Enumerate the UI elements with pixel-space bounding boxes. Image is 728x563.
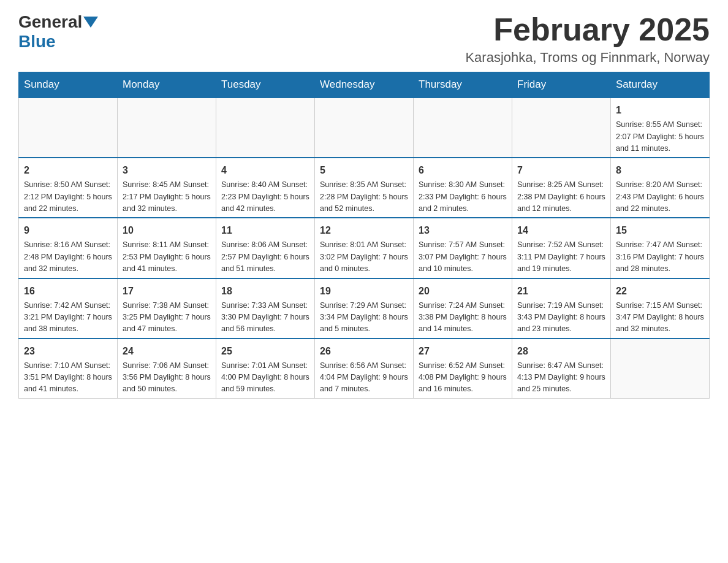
calendar-cell: 25Sunrise: 7:01 AM Sunset: 4:00 PM Dayli… — [216, 339, 315, 399]
calendar-title: February 2025 — [465, 12, 710, 47]
calendar-cell: 27Sunrise: 6:52 AM Sunset: 4:08 PM Dayli… — [414, 339, 512, 399]
day-number: 12 — [320, 223, 408, 238]
day-info: Sunrise: 7:10 AM Sunset: 3:51 PM Dayligh… — [24, 360, 112, 396]
calendar-cell: 21Sunrise: 7:19 AM Sunset: 3:43 PM Dayli… — [512, 278, 611, 339]
calendar-cell: 24Sunrise: 7:06 AM Sunset: 3:56 PM Dayli… — [118, 339, 216, 399]
logo-blue-text: Blue — [18, 32, 56, 52]
calendar-cell: 28Sunrise: 6:47 AM Sunset: 4:13 PM Dayli… — [512, 339, 611, 399]
calendar-table: SundayMondayTuesdayWednesdayThursdayFrid… — [18, 72, 710, 399]
day-info: Sunrise: 7:01 AM Sunset: 4:00 PM Dayligh… — [221, 360, 309, 396]
logo-triangle-icon — [83, 17, 98, 28]
day-info: Sunrise: 8:11 AM Sunset: 2:53 PM Dayligh… — [123, 239, 211, 275]
day-number: 26 — [320, 344, 408, 359]
day-info: Sunrise: 7:47 AM Sunset: 3:16 PM Dayligh… — [616, 239, 704, 275]
day-number: 18 — [221, 284, 309, 299]
day-info: Sunrise: 8:50 AM Sunset: 2:12 PM Dayligh… — [24, 179, 112, 215]
weekday-header-wednesday: Wednesday — [315, 72, 414, 98]
week-row-5: 23Sunrise: 7:10 AM Sunset: 3:51 PM Dayli… — [19, 339, 710, 399]
week-row-1: 1Sunrise: 8:55 AM Sunset: 2:07 PM Daylig… — [19, 98, 710, 158]
day-number: 2 — [24, 163, 112, 178]
day-number: 23 — [24, 344, 112, 359]
weekday-header-friday: Friday — [512, 72, 611, 98]
day-number: 3 — [123, 163, 211, 178]
title-block: February 2025 Karasjohka, Troms og Finnm… — [465, 12, 710, 66]
day-number: 6 — [419, 163, 507, 178]
calendar-cell: 9Sunrise: 8:16 AM Sunset: 2:48 PM Daylig… — [19, 218, 118, 278]
day-number: 13 — [419, 223, 507, 238]
day-number: 10 — [123, 223, 211, 238]
day-info: Sunrise: 8:16 AM Sunset: 2:48 PM Dayligh… — [24, 239, 112, 275]
calendar-cell — [512, 98, 611, 158]
calendar-cell: 20Sunrise: 7:24 AM Sunset: 3:38 PM Dayli… — [414, 278, 512, 339]
calendar-cell: 3Sunrise: 8:45 AM Sunset: 2:17 PM Daylig… — [118, 158, 216, 218]
logo: General Blue — [18, 12, 99, 52]
day-info: Sunrise: 6:47 AM Sunset: 4:13 PM Dayligh… — [517, 360, 605, 396]
day-number: 27 — [419, 344, 507, 359]
calendar-cell: 7Sunrise: 8:25 AM Sunset: 2:38 PM Daylig… — [512, 158, 611, 218]
day-info: Sunrise: 7:19 AM Sunset: 3:43 PM Dayligh… — [517, 300, 605, 335]
day-number: 21 — [517, 284, 605, 299]
weekday-header-saturday: Saturday — [611, 72, 710, 98]
day-info: Sunrise: 8:35 AM Sunset: 2:28 PM Dayligh… — [320, 179, 408, 215]
day-info: Sunrise: 7:38 AM Sunset: 3:25 PM Dayligh… — [123, 300, 211, 335]
day-info: Sunrise: 7:57 AM Sunset: 3:07 PM Dayligh… — [419, 239, 507, 275]
day-number: 1 — [616, 103, 704, 118]
weekday-header-thursday: Thursday — [414, 72, 512, 98]
day-info: Sunrise: 8:01 AM Sunset: 3:02 PM Dayligh… — [320, 239, 408, 275]
calendar-cell — [611, 339, 710, 399]
day-number: 20 — [419, 284, 507, 299]
calendar-cell: 17Sunrise: 7:38 AM Sunset: 3:25 PM Dayli… — [118, 278, 216, 339]
calendar-cell — [118, 98, 216, 158]
weekday-header-sunday: Sunday — [19, 72, 118, 98]
calendar-cell: 13Sunrise: 7:57 AM Sunset: 3:07 PM Dayli… — [414, 218, 512, 278]
day-info: Sunrise: 7:33 AM Sunset: 3:30 PM Dayligh… — [221, 300, 309, 335]
day-info: Sunrise: 7:15 AM Sunset: 3:47 PM Dayligh… — [616, 300, 704, 335]
calendar-cell: 2Sunrise: 8:50 AM Sunset: 2:12 PM Daylig… — [19, 158, 118, 218]
calendar-cell: 4Sunrise: 8:40 AM Sunset: 2:23 PM Daylig… — [216, 158, 315, 218]
calendar-cell: 11Sunrise: 8:06 AM Sunset: 2:57 PM Dayli… — [216, 218, 315, 278]
week-row-3: 9Sunrise: 8:16 AM Sunset: 2:48 PM Daylig… — [19, 218, 710, 278]
week-row-2: 2Sunrise: 8:50 AM Sunset: 2:12 PM Daylig… — [19, 158, 710, 218]
calendar-subtitle: Karasjohka, Troms og Finnmark, Norway — [465, 50, 710, 66]
day-number: 19 — [320, 284, 408, 299]
day-number: 24 — [123, 344, 211, 359]
day-number: 9 — [24, 223, 112, 238]
weekday-header-monday: Monday — [118, 72, 216, 98]
weekday-header-tuesday: Tuesday — [216, 72, 315, 98]
calendar-cell: 26Sunrise: 6:56 AM Sunset: 4:04 PM Dayli… — [315, 339, 414, 399]
day-info: Sunrise: 8:40 AM Sunset: 2:23 PM Dayligh… — [221, 179, 309, 215]
calendar-cell: 1Sunrise: 8:55 AM Sunset: 2:07 PM Daylig… — [611, 98, 710, 158]
calendar-cell: 16Sunrise: 7:42 AM Sunset: 3:21 PM Dayli… — [19, 278, 118, 339]
day-number: 11 — [221, 223, 309, 238]
day-number: 14 — [517, 223, 605, 238]
day-number: 8 — [616, 163, 704, 178]
day-info: Sunrise: 7:52 AM Sunset: 3:11 PM Dayligh… — [517, 239, 605, 275]
calendar-cell: 18Sunrise: 7:33 AM Sunset: 3:30 PM Dayli… — [216, 278, 315, 339]
day-number: 17 — [123, 284, 211, 299]
logo-general-text: General — [18, 12, 82, 32]
calendar-cell: 14Sunrise: 7:52 AM Sunset: 3:11 PM Dayli… — [512, 218, 611, 278]
day-info: Sunrise: 8:30 AM Sunset: 2:33 PM Dayligh… — [419, 179, 507, 215]
day-info: Sunrise: 7:24 AM Sunset: 3:38 PM Dayligh… — [419, 300, 507, 335]
day-info: Sunrise: 8:45 AM Sunset: 2:17 PM Dayligh… — [123, 179, 211, 215]
calendar-cell — [414, 98, 512, 158]
calendar-cell: 6Sunrise: 8:30 AM Sunset: 2:33 PM Daylig… — [414, 158, 512, 218]
day-info: Sunrise: 6:56 AM Sunset: 4:04 PM Dayligh… — [320, 360, 408, 396]
day-number: 25 — [221, 344, 309, 359]
day-number: 15 — [616, 223, 704, 238]
day-number: 5 — [320, 163, 408, 178]
calendar-cell — [19, 98, 118, 158]
day-info: Sunrise: 7:42 AM Sunset: 3:21 PM Dayligh… — [24, 300, 112, 335]
calendar-cell: 5Sunrise: 8:35 AM Sunset: 2:28 PM Daylig… — [315, 158, 414, 218]
day-info: Sunrise: 8:55 AM Sunset: 2:07 PM Dayligh… — [616, 119, 704, 155]
calendar-cell: 22Sunrise: 7:15 AM Sunset: 3:47 PM Dayli… — [611, 278, 710, 339]
weekday-header-row: SundayMondayTuesdayWednesdayThursdayFrid… — [19, 72, 710, 98]
day-number: 22 — [616, 284, 704, 299]
day-info: Sunrise: 8:20 AM Sunset: 2:43 PM Dayligh… — [616, 179, 704, 215]
day-number: 16 — [24, 284, 112, 299]
day-info: Sunrise: 8:06 AM Sunset: 2:57 PM Dayligh… — [221, 239, 309, 275]
day-info: Sunrise: 6:52 AM Sunset: 4:08 PM Dayligh… — [419, 360, 507, 396]
calendar-cell: 8Sunrise: 8:20 AM Sunset: 2:43 PM Daylig… — [611, 158, 710, 218]
calendar-cell: 10Sunrise: 8:11 AM Sunset: 2:53 PM Dayli… — [118, 218, 216, 278]
calendar-cell: 12Sunrise: 8:01 AM Sunset: 3:02 PM Dayli… — [315, 218, 414, 278]
